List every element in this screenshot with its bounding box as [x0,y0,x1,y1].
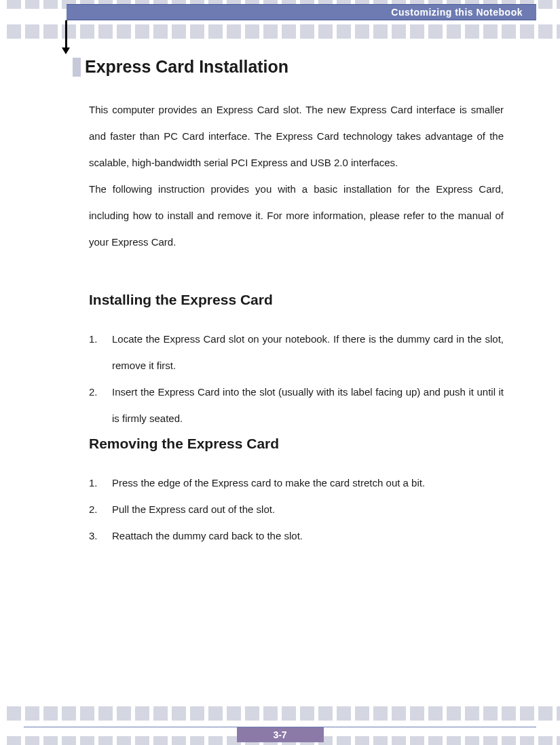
install-list: 1. Locate the Express Card slot on your … [89,326,504,432]
list-item: 2. Pull the Express card out of the slot… [89,496,504,522]
heading-marker-icon [73,58,81,77]
arrow-down-icon [65,20,67,49]
list-number: 2. [89,496,112,522]
install-heading: Installing the Express Card [89,292,273,308]
list-text: Reattach the dummy card back to the slot… [112,522,504,549]
section-heading-wrap: Express Card Installation [73,57,288,77]
remove-list: 1. Press the edge of the Express card to… [89,470,504,549]
list-text: Insert the Express Card into the slot (u… [112,379,504,432]
list-item: 1. Locate the Express Card slot on your … [89,326,504,379]
list-text: Pull the Express card out of the slot. [112,496,504,522]
intro-paragraph-a: This computer provides an Express Card s… [89,104,504,168]
list-number: 3. [89,522,112,549]
list-number: 2. [89,379,112,432]
page-number: 3-7 [273,729,286,740]
list-item: 2. Insert the Express Card into the slot… [89,379,504,432]
remove-heading: Removing the Express Card [89,436,279,452]
intro-paragraphs: This computer provides an Express Card s… [89,96,504,255]
intro-paragraph-b: The following instruction provides you w… [89,183,504,248]
list-item: 3. Reattach the dummy card back to the s… [89,522,504,549]
list-number: 1. [89,326,112,379]
decoration-squares-bottom-a [0,706,560,721]
list-text: Locate the Express Card slot on your not… [112,326,504,379]
header-bar: Customizing this Notebook [67,4,536,20]
list-text: Press the edge of the Express card to ma… [112,470,504,496]
decoration-squares-top-b [0,24,560,39]
section-heading: Express Card Installation [85,57,288,77]
list-item: 1. Press the edge of the Express card to… [89,470,504,496]
header-title: Customizing this Notebook [391,7,523,18]
list-number: 1. [89,470,112,496]
footer-bar: 3-7 [237,727,324,742]
arrow-down-head-icon [62,47,70,54]
